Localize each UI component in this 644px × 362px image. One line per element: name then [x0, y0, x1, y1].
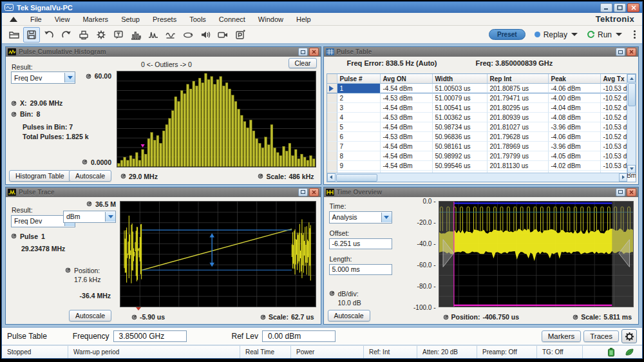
adjust-knob-icon[interactable] — [11, 100, 17, 106]
histogram-plot[interactable] — [117, 71, 316, 167]
redo-icon[interactable] — [58, 27, 75, 43]
pulse-table-close-button[interactable] — [627, 48, 636, 56]
adjust-knob-icon[interactable] — [443, 314, 449, 320]
row-selector-cell[interactable] — [327, 122, 337, 132]
menu-file[interactable]: File — [24, 14, 48, 24]
settings-gear-icon[interactable] — [93, 27, 109, 43]
histogram-autoscale-button[interactable]: Autoscale — [69, 170, 111, 182]
print-icon[interactable] — [75, 27, 92, 43]
pulse-table-vertical-scrollbar[interactable] — [627, 74, 636, 173]
row-selector-cell[interactable] — [327, 113, 337, 122]
menu-connect[interactable]: Connect — [213, 14, 252, 24]
chevron-down-icon[interactable] — [64, 73, 75, 82]
ref-lev-input[interactable]: 0.00 dBm — [262, 330, 336, 342]
row-selector-cell[interactable] — [327, 151, 337, 161]
open-file-icon[interactable] — [6, 27, 23, 43]
replay-control[interactable]: Replay — [535, 30, 578, 39]
adjust-knob-icon[interactable] — [86, 201, 92, 207]
pulse-histogram-icon[interactable] — [128, 27, 144, 43]
maximize-button[interactable] — [614, 3, 626, 12]
menu-tools[interactable]: Tools — [183, 14, 213, 24]
row-selector-cell[interactable] — [327, 84, 337, 93]
pulse-trace-icon[interactable] — [145, 27, 162, 43]
text-note-icon[interactable] — [110, 27, 127, 43]
adjust-knob-icon[interactable] — [86, 73, 91, 79]
time-autoscale-button[interactable]: Autoscale — [328, 310, 370, 321]
trace-autoscale-button[interactable]: Autoscale — [69, 310, 111, 321]
more-options-icon[interactable] — [634, 30, 636, 39]
frequency-input[interactable]: 3.85000 GHz — [113, 330, 187, 342]
scroll-right-button[interactable] — [619, 173, 627, 182]
audio-icon[interactable] — [197, 27, 214, 43]
table-row[interactable]: 8-4.54 dBm50.98992 us201.79799 us-4.05 d… — [327, 151, 636, 161]
horizontal-scroll-thumb[interactable] — [336, 174, 377, 182]
run-control[interactable]: Run — [587, 30, 622, 39]
offset-input[interactable]: -6.251 us — [329, 238, 392, 249]
scroll-down-button[interactable] — [627, 165, 636, 173]
table-row[interactable]: 1-4.54 dBm51.00503 us201.80875 us-4.06 d… — [327, 84, 636, 93]
scroll-up-button[interactable] — [627, 74, 636, 82]
column-header[interactable]: Rep Int — [488, 74, 549, 84]
vertical-scroll-thumb[interactable] — [628, 83, 636, 106]
row-selector-cell[interactable] — [327, 93, 337, 103]
adjust-knob-icon[interactable] — [11, 111, 17, 117]
preset-button[interactable]: Preset — [489, 29, 526, 40]
column-header[interactable]: Peak — [549, 74, 601, 84]
trace-marks-icon[interactable] — [162, 27, 179, 43]
histogram-table-button[interactable]: Histogram Table — [9, 170, 71, 182]
pulse-table-restore-button[interactable] — [616, 48, 625, 56]
row-selector-cell[interactable] — [327, 74, 337, 84]
trace-marker-tick[interactable] — [136, 307, 141, 310]
display-settings-gear-button[interactable] — [621, 329, 637, 343]
adjust-knob-icon[interactable] — [260, 314, 266, 320]
histogram-close-button[interactable] — [309, 48, 319, 56]
table-row[interactable]: 4-4.53 dBm51.00362 us201.80939 us-4.08 d… — [327, 113, 636, 122]
histogram-restore-button[interactable] — [298, 48, 308, 56]
histogram-clear-button[interactable]: Clear — [289, 58, 316, 68]
menu-setup[interactable]: Setup — [115, 14, 146, 24]
chevron-down-icon[interactable] — [105, 212, 115, 222]
preset-marker-icon[interactable] — [232, 27, 249, 43]
save-file-icon[interactable] — [23, 27, 40, 43]
time-overview-plot[interactable] — [439, 201, 634, 308]
table-row[interactable]: 7-4.54 dBm50.98161 us201.78969 us-3.96 d… — [327, 142, 636, 151]
menu-view[interactable]: View — [48, 14, 77, 24]
table-row[interactable]: 2-4.53 dBm51.00079 us201.79471 us-4.00 d… — [327, 93, 636, 103]
table-row[interactable]: 6-4.53 dBm50.96836 us201.79628 us-4.06 d… — [327, 132, 636, 142]
adjust-knob-icon[interactable] — [329, 291, 335, 296]
row-selector-cell[interactable] — [327, 132, 337, 142]
adjust-knob-icon[interactable] — [65, 267, 71, 273]
chevron-down-icon[interactable] — [616, 33, 622, 36]
adjust-knob-icon[interactable] — [573, 314, 578, 320]
menu-help[interactable]: Help — [290, 14, 317, 24]
eject-icon[interactable] — [10, 17, 17, 22]
pulse-table-horizontal-scrollbar[interactable] — [327, 173, 628, 182]
adjust-knob-icon[interactable] — [131, 314, 137, 320]
pulse-trace-titlebar[interactable]: Pulse Trace — [6, 187, 321, 197]
scroll-left-button[interactable] — [327, 173, 336, 182]
row-selector-cell[interactable] — [327, 142, 337, 151]
menu-window[interactable]: Window — [252, 14, 290, 24]
time-overview-restore-button[interactable] — [616, 188, 625, 196]
table-row[interactable]: 3-4.54 dBm51.00541 us201.80295 us-4.04 d… — [327, 103, 636, 113]
menu-markers[interactable]: Markers — [76, 14, 115, 24]
adjust-knob-icon[interactable] — [258, 173, 263, 179]
pulse-trace-close-button[interactable] — [309, 188, 319, 196]
column-header[interactable]: Pulse # — [337, 74, 381, 84]
histogram-result-select[interactable]: Freq Dev — [11, 71, 75, 84]
column-header[interactable]: Avg ON — [381, 74, 433, 84]
table-row[interactable]: 9-4.54 dBm50.99546 us201.81130 us-4.02 d… — [327, 161, 636, 171]
time-overview-close-button[interactable] — [627, 188, 636, 196]
pulse-table-titlebar[interactable]: Pulse Table — [324, 47, 639, 57]
adjust-knob-icon[interactable] — [120, 173, 126, 179]
row-selector-cell[interactable] — [327, 161, 337, 171]
time-select[interactable]: Analysis — [329, 211, 392, 224]
minimize-button[interactable] — [600, 3, 612, 12]
pulse-trace-plot[interactable] — [120, 201, 316, 308]
adjust-knob-icon[interactable] — [11, 233, 17, 239]
pulse-table-grid[interactable]: Pulse #Avg ONWidthRep IntPeakAvg TxRise1… — [327, 73, 637, 182]
adjust-knob-icon[interactable] — [82, 159, 88, 165]
traces-button[interactable]: Traces — [583, 330, 619, 342]
spin-3d-icon[interactable] — [180, 27, 196, 43]
chevron-down-icon[interactable] — [381, 213, 392, 222]
